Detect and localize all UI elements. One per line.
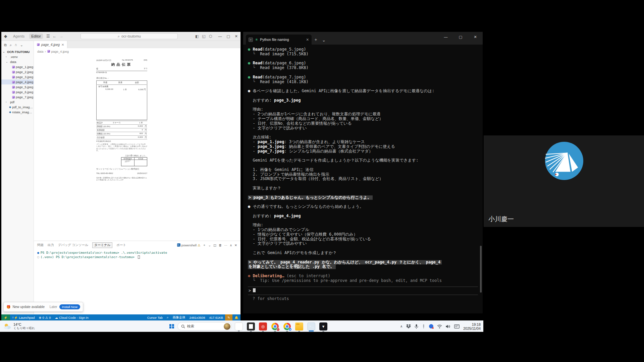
close-panel-icon[interactable]: ✕ (234, 243, 237, 247)
app-icon-file-explorer[interactable] (295, 322, 303, 330)
explorer-item-page-1-jpeg[interactable]: page_1.jpeg (1, 64, 34, 69)
explorer-item-pdf[interactable]: ›pdf (1, 100, 34, 105)
panel-tab-3[interactable]: ターミナル (92, 242, 112, 248)
command-search-input[interactable]: ⌕ ocr-tsutomu (80, 33, 178, 39)
image-mode-item[interactable]: 画像全体 (170, 314, 187, 320)
explorer-item-page-7-jpeg[interactable]: page_7.jpeg (1, 95, 34, 100)
chevron-down-icon[interactable]: ⌄ (20, 43, 23, 47)
app-icon-chrome-profile2[interactable]: ☁ (283, 322, 291, 330)
maximize-panel-icon[interactable]: ∧ (230, 243, 232, 247)
menu-icon[interactable]: ☰ (46, 34, 50, 39)
back-icon[interactable]: ← (53, 34, 57, 39)
maximize-icon[interactable]: ▢ (226, 34, 230, 39)
ime-keyboard-icon[interactable] (454, 324, 460, 328)
install-now-button[interactable]: Install Now (59, 304, 80, 309)
close-tab-icon[interactable]: ✕ (306, 38, 309, 42)
editor-tab-page4[interactable]: page_4.jpeg ✕ (34, 41, 67, 48)
status-dot-icon[interactable] (429, 324, 433, 328)
taskbar-clock[interactable]: 19:18 2025/11/04 (463, 322, 481, 330)
pen-icon[interactable] (422, 324, 425, 329)
app-icon-windows-terminal[interactable]: ＞_ (307, 322, 315, 330)
later-button[interactable]: Later (50, 305, 57, 309)
more-actions-icon[interactable]: ⋯ (224, 243, 228, 247)
breadcrumb[interactable]: data › page_4.jpeg (34, 48, 240, 54)
explorer-item-page-2-jpeg[interactable]: page_2.jpeg (1, 69, 34, 74)
kill-terminal-icon[interactable]: 🗑 (219, 243, 222, 247)
app-icon-red[interactable]: ◎ (259, 322, 267, 330)
tab-agents[interactable]: Agents (11, 34, 26, 39)
panel-tab-4[interactable]: ポート (116, 243, 126, 247)
claude-input-box[interactable]: > ? for shortcuts (248, 287, 478, 302)
explorer-item-page-6-jpeg[interactable]: page_6.jpeg (1, 89, 34, 95)
cloud-code-item[interactable]: ☁ Cloud Code - Sign in (53, 314, 91, 320)
start-button[interactable] (169, 324, 174, 329)
weather-widget[interactable]: 14°C くもり時々晴れ (0, 323, 50, 330)
new-tab-icon[interactable]: ＋ (314, 37, 318, 43)
split-terminal-icon[interactable]: ◫ (213, 243, 216, 247)
chevron-down-icon[interactable]: ⌄ (208, 243, 211, 247)
wifi-icon[interactable] (437, 324, 442, 328)
panel-bottom-icon[interactable]: ◱ (202, 34, 205, 39)
files-icon[interactable]: ⧉ (4, 43, 7, 47)
app-icon-edge[interactable] (235, 322, 243, 330)
pen-disabled-icon[interactable]: ✎ (225, 314, 232, 320)
vscode-window: ◆ Agents Editor ☰ ← → ⌕ ocr-tsutomu ◧ ◱ … (1, 32, 240, 320)
minimize-icon[interactable]: — (438, 32, 453, 42)
close-icon[interactable]: ✕ (468, 32, 483, 42)
explorer-item-rotate-images-py[interactable]: ◆rotate_images.py (1, 110, 34, 115)
shell-selector[interactable]: >_powershell⚠ (177, 243, 201, 247)
close-icon[interactable]: ✕ (235, 34, 238, 39)
speaker-icon[interactable] (446, 324, 450, 328)
remote-indicator[interactable]: ⚡ (1, 314, 10, 320)
explorer-item--venv[interactable]: ›.venv (1, 54, 34, 59)
layout-toggle-icons[interactable]: ◧ ◱ ⬡ (195, 34, 212, 39)
terminal-line (248, 246, 478, 251)
terminal-tab[interactable]: ＞ ✳ Python file naming ✕ (246, 35, 312, 45)
scrollbar-thumb[interactable] (480, 246, 482, 293)
dropbox-icon[interactable] (406, 324, 411, 328)
cloud-icon: ☁ (55, 316, 58, 319)
tab-editor[interactable]: Editor (29, 34, 43, 39)
panel-tab-1[interactable]: 出力 (48, 243, 54, 247)
explorer-item-page-3-jpeg[interactable]: page_3.jpeg (1, 74, 34, 79)
close-tab-icon[interactable]: ✕ (61, 43, 64, 47)
explorer-item-ocr-tsutomu[interactable]: ⌄OCR-TSUTOMU (1, 49, 34, 54)
chevron-down-icon[interactable]: ⌄ (322, 38, 326, 43)
panel-tab-2[interactable]: デバッグ コンソール (58, 243, 88, 247)
terminal-line: └ Tip: Use /permissions to pre-approve a… (248, 279, 478, 283)
app-icon-document[interactable] (247, 322, 255, 330)
participant-tile[interactable]: 小川慶一 (484, 135, 644, 227)
cursor-tab-item[interactable]: Cursor Tab (145, 314, 165, 320)
hidden-icons-chevron[interactable]: ∧ (400, 324, 402, 328)
gift-icon: 🎁 (6, 305, 10, 309)
settings-icon[interactable]: ⬡ (209, 34, 212, 39)
receipt-title: 納品伝票 (96, 62, 147, 67)
microphone-icon[interactable] (415, 324, 418, 329)
explorer-item-page-4-jpeg[interactable]: page_4.jpeg (1, 79, 34, 84)
app-icon-dark-t[interactable]: ▼ (319, 322, 327, 330)
panel-tab-0[interactable]: 問題 (37, 243, 44, 247)
panel-left-icon[interactable]: ◧ (195, 34, 199, 39)
notification-bell-icon[interactable]: 🔔 (232, 314, 240, 320)
search-icon[interactable]: ⌕ (165, 314, 170, 320)
terminal-line: - テーブル構造が明確（商品コード、商品名、数量、単価、金額など） (248, 117, 478, 121)
receipt-total-row: 納品計0 ケース1 本 (96, 121, 147, 125)
terminal-line (248, 57, 478, 61)
forward-icon[interactable]: → (59, 34, 63, 39)
maximize-icon[interactable]: ▢ (453, 32, 468, 42)
taskbar-search-input[interactable]: 検索 (177, 322, 232, 330)
explorer-item-pdf-to-images-py[interactable]: ◆pdf_to_images.py (1, 105, 34, 110)
terminal-line: ● その通りですね。もっとシンプルなものから始めましょう。 (248, 204, 478, 209)
search-icon[interactable]: ⌕ (10, 43, 12, 47)
explorer-item-data[interactable]: ⌄data (1, 59, 34, 64)
explorer-item-page-5-jpeg[interactable]: page_5.jpeg (1, 84, 34, 89)
launchpad-item[interactable]: ⑂⚡ Launchpad (10, 314, 37, 320)
problems-item[interactable]: ⊗0 ⚠0 (37, 314, 53, 320)
app-icon-chrome-profile1[interactable]: k (271, 322, 279, 330)
image-preview-pane: 2025年10月17日 No 0642375 (00) 納品伝票 様 1/ 1 … (34, 54, 240, 241)
minimize-icon[interactable]: — (218, 34, 222, 39)
terminal-line (248, 181, 478, 186)
new-terminal-icon[interactable]: ＋ (203, 243, 206, 247)
claude-code-session[interactable]: ● Read(data/page_5.jpeg) └ Read image (7… (243, 45, 483, 313)
source-control-icon[interactable]: ⑃ (15, 43, 17, 47)
